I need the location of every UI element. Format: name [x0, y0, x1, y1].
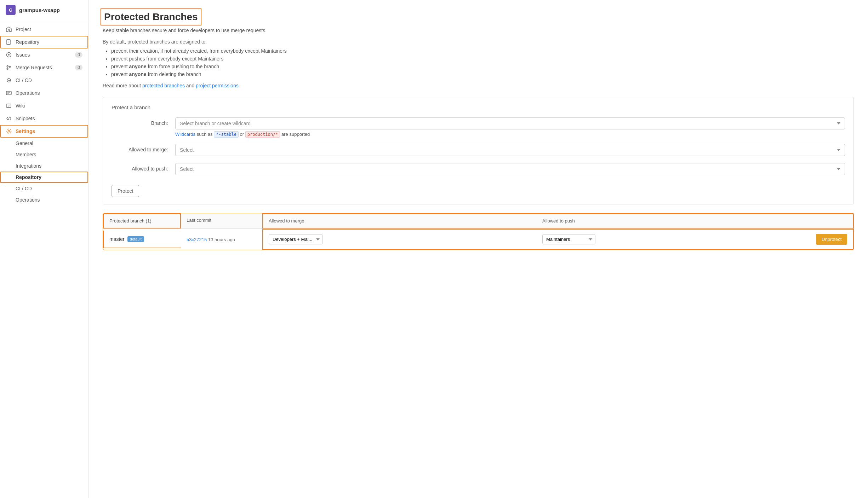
home-icon: [6, 26, 12, 33]
sidebar-item-repository[interactable]: Repository: [0, 36, 88, 48]
table-cell-branch: master default: [103, 231, 181, 248]
sidebar-item-issues-label: Issues: [16, 52, 30, 58]
sidebar-header: G grampus-wxapp: [0, 0, 88, 20]
protect-branch-form: Protect a branch Branch: Select branch o…: [103, 97, 854, 204]
sub-nav-general[interactable]: General: [0, 138, 88, 149]
read-more: Read more about protected branches and p…: [103, 83, 854, 88]
sidebar-item-issues[interactable]: Issues 0: [0, 48, 88, 61]
page-desc: Keep stable branches secure and force de…: [103, 28, 854, 33]
wildcard-text-pre: such as: [197, 132, 214, 137]
branch-row: Branch: Select branch or create wildcard…: [112, 117, 845, 137]
push-select[interactable]: Select: [175, 163, 845, 175]
page-title: Protected Branches: [103, 11, 199, 23]
sidebar-item-wiki[interactable]: Wiki: [0, 99, 88, 112]
page-desc2: By default, protected branches are desig…: [103, 39, 854, 45]
table-header-push: Allowed to push: [537, 214, 810, 228]
wildcard-code1: *-stable: [214, 131, 239, 138]
sidebar-item-settings[interactable]: Settings: [0, 125, 88, 138]
branch-name-text: master: [109, 236, 125, 242]
bold-anyone-2: anyone: [129, 71, 147, 77]
main-content: Protected Branches Keep stable branches …: [88, 0, 868, 498]
read-more-prefix: Read more about: [103, 83, 142, 88]
ci-icon: [6, 77, 12, 83]
sub-nav-cicd-label: CI / CD: [16, 186, 32, 191]
branch-label: Branch:: [112, 117, 168, 126]
protected-branches-link[interactable]: protected branches: [142, 83, 185, 88]
table-cell-merge: Developers + Mai...: [263, 230, 537, 249]
sub-nav-operations[interactable]: Operations: [0, 194, 88, 205]
avatar: G: [6, 5, 16, 15]
sidebar-item-repository-label: Repository: [16, 39, 39, 45]
sub-nav: General Members Integrations Repository …: [0, 138, 88, 205]
bullet-item-3: prevent anyone from force pushing to the…: [111, 64, 854, 69]
unprotect-button[interactable]: Unprotect: [816, 234, 847, 245]
sub-nav-integrations[interactable]: Integrations: [0, 160, 88, 172]
merge-select[interactable]: Select: [175, 144, 845, 156]
default-badge: default: [127, 236, 144, 242]
table-header-commit: Last commit: [181, 213, 262, 228]
table-cell-action: Unprotect: [810, 230, 853, 249]
table-header-branch: Protected branch (1): [103, 213, 181, 228]
bullet-item-4: prevent anyone from deleting the branch: [111, 71, 854, 77]
book-icon: [6, 39, 12, 45]
sidebar-item-operations[interactable]: Operations: [0, 87, 88, 99]
issues-badge: 0: [75, 52, 82, 58]
push-label: Allowed to push:: [112, 163, 168, 172]
sub-nav-operations-label: Operations: [16, 197, 40, 203]
svg-point-6: [7, 68, 8, 70]
table-cell-commit: b3c27215 13 hours ago: [181, 231, 262, 248]
sidebar-item-snippets[interactable]: Snippets: [0, 112, 88, 125]
wildcard-hint: Wildcards such as *-stable or production…: [175, 132, 845, 137]
form-section-title: Protect a branch: [112, 104, 845, 110]
sidebar: G grampus-wxapp Project Repository Issue…: [0, 0, 88, 498]
wiki-icon: [6, 103, 12, 109]
svg-rect-8: [6, 91, 11, 95]
sidebar-item-wiki-label: Wiki: [16, 103, 25, 109]
branch-name-cell: master default: [109, 236, 175, 242]
merge-requests-badge: 0: [75, 65, 82, 70]
merge-label: Allowed to merge:: [112, 144, 168, 152]
read-more-suffix: .: [239, 83, 240, 88]
table-header-merge: Allowed to merge: [263, 214, 537, 228]
table-cell-push: Maintainers: [537, 230, 810, 249]
table-header-allowed: Allowed to merge Allowed to push: [262, 213, 853, 228]
sidebar-item-merge-requests[interactable]: Merge Requests 0: [0, 61, 88, 74]
sub-nav-integrations-label: Integrations: [16, 163, 41, 169]
table-header-action: [810, 214, 853, 228]
merge-icon: [6, 64, 12, 71]
branch-select[interactable]: Select branch or create wildcard: [175, 117, 845, 129]
svg-line-9: [8, 117, 10, 120]
read-more-and: and: [185, 83, 196, 88]
gear-icon: [6, 128, 12, 134]
merge-value-select[interactable]: Developers + Mai...: [269, 234, 323, 244]
sidebar-item-settings-label: Settings: [16, 128, 35, 134]
sub-nav-members-label: Members: [16, 152, 36, 157]
sub-nav-cicd[interactable]: CI / CD: [0, 183, 88, 194]
snippets-icon: [6, 115, 12, 122]
project-name: grampus-wxapp: [19, 7, 60, 13]
wildcard-mid: or: [240, 132, 245, 137]
sub-nav-repository-label: Repository: [16, 174, 41, 180]
svg-point-4: [8, 54, 10, 56]
sidebar-item-snippets-label: Snippets: [16, 116, 35, 121]
sidebar-item-project-label: Project: [16, 27, 31, 32]
sidebar-item-cicd[interactable]: CI / CD: [0, 74, 88, 87]
push-row: Allowed to push: Select: [112, 163, 845, 175]
sidebar-item-operations-label: Operations: [16, 90, 40, 96]
merge-control-wrap: Select: [175, 144, 845, 156]
svg-point-5: [7, 65, 8, 67]
ops-icon: [6, 90, 12, 96]
commit-link[interactable]: b3c27215: [187, 237, 207, 242]
protect-button[interactable]: Protect: [112, 185, 139, 197]
sub-nav-general-label: General: [16, 140, 33, 146]
push-value-select[interactable]: Maintainers: [542, 234, 595, 244]
sidebar-item-project[interactable]: Project: [0, 23, 88, 36]
wildcards-link[interactable]: Wildcards: [175, 132, 195, 137]
project-permissions-link[interactable]: project permissions: [196, 83, 239, 88]
bullet-list: prevent their creation, if not already c…: [111, 48, 854, 77]
sidebar-nav: Project Repository Issues 0 Merge Reques…: [0, 20, 88, 498]
sub-nav-repository[interactable]: Repository: [0, 172, 88, 183]
sub-nav-members[interactable]: Members: [0, 149, 88, 160]
sidebar-item-merge-requests-label: Merge Requests: [16, 65, 52, 70]
commit-time: 13 hours ago: [208, 237, 235, 242]
